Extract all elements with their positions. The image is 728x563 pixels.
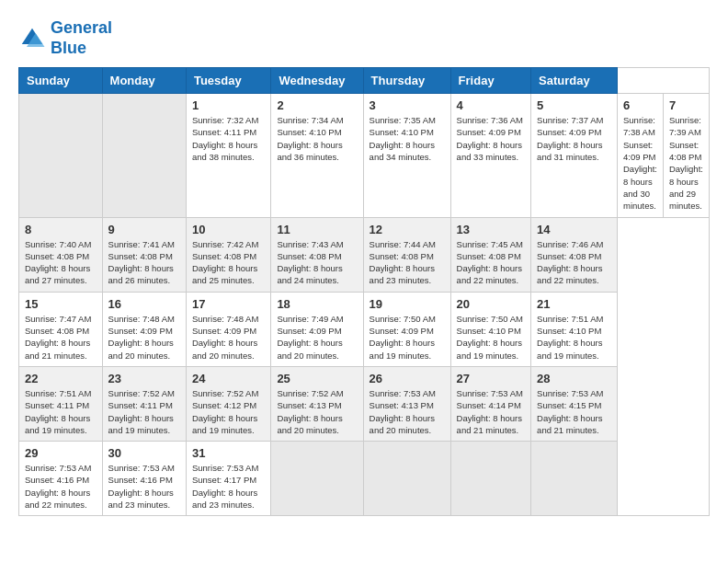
day-info: Sunrise: 7:48 AMSunset: 4:09 PMDaylight:… [192,313,265,362]
calendar-cell: 9Sunrise: 7:41 AMSunset: 4:08 PMDaylight… [102,217,186,292]
calendar-cell: 16Sunrise: 7:48 AMSunset: 4:09 PMDayligh… [102,292,186,366]
day-number: 15 [25,297,97,311]
calendar-cell: 6Sunrise: 7:38 AMSunset: 4:09 PMDaylight… [618,94,664,217]
day-info: Sunrise: 7:46 AMSunset: 4:08 PMDaylight:… [537,238,611,287]
day-number: 7 [669,98,703,112]
day-info: Sunrise: 7:38 AMSunset: 4:09 PMDaylight:… [623,114,657,212]
day-info: Sunrise: 7:52 AMSunset: 4:11 PMDaylight:… [108,387,180,436]
calendar-cell: 2Sunrise: 7:34 AMSunset: 4:10 PMDaylight… [271,94,363,217]
day-number: 12 [370,223,445,236]
day-number: 17 [192,297,265,311]
column-header-friday: Friday [450,68,530,94]
day-number: 1 [192,98,265,112]
day-info: Sunrise: 7:40 AMSunset: 4:08 PMDaylight:… [25,238,97,287]
calendar-cell: 8Sunrise: 7:40 AMSunset: 4:08 PMDaylight… [19,217,103,292]
day-number: 22 [25,372,97,385]
calendar-cell: 17Sunrise: 7:48 AMSunset: 4:09 PMDayligh… [186,292,270,366]
day-info: Sunrise: 7:53 AMSunset: 4:15 PMDaylight:… [537,387,611,436]
day-info: Sunrise: 7:52 AMSunset: 4:12 PMDaylight:… [192,387,265,436]
column-header-tuesday: Tuesday [186,68,270,94]
logo-icon [18,25,46,52]
day-number: 18 [277,297,357,311]
calendar-cell: 5Sunrise: 7:37 AMSunset: 4:09 PMDaylight… [531,94,618,217]
calendar-cell: 31Sunrise: 7:53 AMSunset: 4:17 PMDayligh… [186,442,270,516]
day-number: 4 [457,98,525,112]
calendar-cell: 29Sunrise: 7:53 AMSunset: 4:16 PMDayligh… [19,442,103,516]
calendar-cell: 14Sunrise: 7:46 AMSunset: 4:08 PMDayligh… [531,217,618,292]
calendar-cell: 4Sunrise: 7:36 AMSunset: 4:09 PMDaylight… [450,94,530,217]
day-number: 14 [537,223,611,236]
day-number: 30 [108,446,180,460]
calendar-cell: 24Sunrise: 7:52 AMSunset: 4:12 PMDayligh… [186,366,270,441]
page-header: General Blue [18,18,710,58]
day-number: 26 [370,372,445,385]
calendar-week-row: 8Sunrise: 7:40 AMSunset: 4:08 PMDaylight… [19,217,710,292]
calendar-cell: 28Sunrise: 7:53 AMSunset: 4:15 PMDayligh… [531,366,618,441]
day-number: 8 [25,223,97,236]
calendar-cell: 13Sunrise: 7:45 AMSunset: 4:08 PMDayligh… [450,217,530,292]
calendar-cell: 23Sunrise: 7:52 AMSunset: 4:11 PMDayligh… [102,366,186,441]
calendar-cell: 3Sunrise: 7:35 AMSunset: 4:10 PMDaylight… [363,94,450,217]
calendar-cell [271,442,363,516]
day-info: Sunrise: 7:52 AMSunset: 4:13 PMDaylight:… [277,387,357,436]
calendar-cell: 26Sunrise: 7:53 AMSunset: 4:13 PMDayligh… [363,366,450,441]
calendar-cell: 21Sunrise: 7:51 AMSunset: 4:10 PMDayligh… [531,292,618,366]
day-info: Sunrise: 7:50 AMSunset: 4:09 PMDaylight:… [370,313,445,362]
column-header-sunday: Sunday [19,68,103,94]
day-number: 10 [192,223,265,236]
day-info: Sunrise: 7:53 AMSunset: 4:16 PMDaylight:… [25,462,97,511]
day-number: 21 [537,297,611,311]
day-info: Sunrise: 7:35 AMSunset: 4:10 PMDaylight:… [370,114,445,163]
day-number: 6 [623,98,657,112]
day-number: 24 [192,372,265,385]
day-number: 27 [457,372,525,385]
calendar-cell: 22Sunrise: 7:51 AMSunset: 4:11 PMDayligh… [19,366,103,441]
calendar-cell [450,442,530,516]
day-info: Sunrise: 7:34 AMSunset: 4:10 PMDaylight:… [277,114,357,163]
day-info: Sunrise: 7:53 AMSunset: 4:13 PMDaylight:… [370,387,445,436]
logo: General Blue [18,18,112,58]
calendar-cell: 10Sunrise: 7:42 AMSunset: 4:08 PMDayligh… [186,217,270,292]
day-info: Sunrise: 7:41 AMSunset: 4:08 PMDaylight:… [108,238,180,287]
calendar-week-row: 15Sunrise: 7:47 AMSunset: 4:08 PMDayligh… [19,292,710,366]
day-number: 11 [277,223,357,236]
column-header-thursday: Thursday [363,68,450,94]
day-info: Sunrise: 7:47 AMSunset: 4:08 PMDaylight:… [25,313,97,362]
day-number: 2 [277,98,357,112]
day-info: Sunrise: 7:32 AMSunset: 4:11 PMDaylight:… [192,114,265,163]
day-info: Sunrise: 7:51 AMSunset: 4:11 PMDaylight:… [25,387,97,436]
calendar-cell: 25Sunrise: 7:52 AMSunset: 4:13 PMDayligh… [271,366,363,441]
day-number: 3 [370,98,445,112]
day-info: Sunrise: 7:43 AMSunset: 4:08 PMDaylight:… [277,238,357,287]
calendar-cell [19,94,103,217]
day-info: Sunrise: 7:53 AMSunset: 4:16 PMDaylight:… [108,462,180,511]
calendar-cell: 12Sunrise: 7:44 AMSunset: 4:08 PMDayligh… [363,217,450,292]
calendar-cell: 7Sunrise: 7:39 AMSunset: 4:08 PMDaylight… [663,94,709,217]
day-info: Sunrise: 7:36 AMSunset: 4:09 PMDaylight:… [457,114,525,163]
calendar-cell [531,442,618,516]
column-header-wednesday: Wednesday [271,68,363,94]
calendar-cell: 15Sunrise: 7:47 AMSunset: 4:08 PMDayligh… [19,292,103,366]
calendar-cell: 30Sunrise: 7:53 AMSunset: 4:16 PMDayligh… [102,442,186,516]
day-number: 16 [108,297,180,311]
day-info: Sunrise: 7:53 AMSunset: 4:17 PMDaylight:… [192,462,265,511]
day-number: 19 [370,297,445,311]
day-number: 31 [192,446,265,460]
day-info: Sunrise: 7:49 AMSunset: 4:09 PMDaylight:… [277,313,357,362]
day-number: 28 [537,372,611,385]
day-info: Sunrise: 7:53 AMSunset: 4:14 PMDaylight:… [457,387,525,436]
day-number: 9 [108,223,180,236]
calendar-week-row: 29Sunrise: 7:53 AMSunset: 4:16 PMDayligh… [19,442,710,516]
calendar-cell [363,442,450,516]
calendar-cell: 20Sunrise: 7:50 AMSunset: 4:10 PMDayligh… [450,292,530,366]
column-header-monday: Monday [102,68,186,94]
column-header-saturday: Saturday [531,68,618,94]
calendar-week-row: 1Sunrise: 7:32 AMSunset: 4:11 PMDaylight… [19,94,710,217]
calendar-cell: 19Sunrise: 7:50 AMSunset: 4:09 PMDayligh… [363,292,450,366]
day-info: Sunrise: 7:45 AMSunset: 4:08 PMDaylight:… [457,238,525,287]
day-number: 20 [457,297,525,311]
calendar-cell: 1Sunrise: 7:32 AMSunset: 4:11 PMDaylight… [186,94,270,217]
calendar-header-row: SundayMondayTuesdayWednesdayThursdayFrid… [19,68,710,94]
day-info: Sunrise: 7:44 AMSunset: 4:08 PMDaylight:… [370,238,445,287]
day-number: 5 [537,98,611,112]
